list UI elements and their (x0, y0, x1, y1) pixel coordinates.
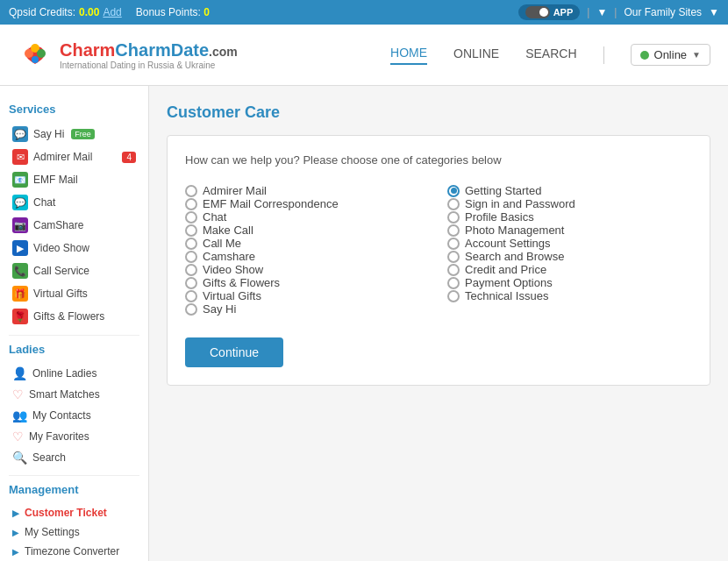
say-hi-icon: 💬 (12, 126, 28, 142)
app-label: APP (553, 7, 574, 18)
admirer-mail-label: Admirer Mail (33, 151, 92, 163)
categories-grid: Admirer Mail EMF Mail Correspondence Cha… (185, 184, 692, 316)
category-technical-issues[interactable]: Technical Issues (447, 289, 692, 302)
category-emf-mail[interactable]: EMF Mail Correspondence (185, 197, 430, 210)
sidebar-item-my-settings[interactable]: ▶ My Settings (9, 522, 139, 542)
sidebar-item-gifts-flowers[interactable]: 🌹 Gifts & Flowers (9, 305, 139, 328)
top-bar-dropdown[interactable]: ▼ (596, 6, 607, 18)
call-service-icon: 📞 (12, 263, 28, 279)
sidebar-item-smart-matches[interactable]: ♡ Smart Matches (9, 384, 139, 405)
continue-button[interactable]: Continue (185, 337, 283, 367)
search-label: Search (32, 451, 66, 464)
category-virtual-gifts[interactable]: Virtual Gifts (185, 289, 430, 302)
category-account-settings[interactable]: Account Settings (447, 237, 692, 250)
my-contacts-icon: 👥 (12, 408, 27, 423)
my-settings-arrow-icon: ▶ (12, 528, 19, 537)
sidebar-item-search[interactable]: 🔍 Search (9, 447, 139, 468)
radio-admirer-mail[interactable] (185, 185, 197, 197)
svg-point-4 (32, 56, 39, 63)
category-make-call[interactable]: Make Call (185, 224, 430, 237)
logo-icon (18, 38, 53, 73)
radio-emf-mail[interactable] (185, 198, 197, 210)
ladies-title: Ladies (9, 343, 139, 356)
sidebar-item-video-show[interactable]: ▶ Video Show (9, 237, 139, 259)
family-sites-link[interactable]: Our Family Sites (624, 6, 702, 18)
app-toggle[interactable]: APP (518, 4, 581, 20)
sidebar-item-online-ladies[interactable]: 👤 Online Ladies (9, 363, 139, 384)
gifts-flowers-icon: 🌹 (12, 309, 28, 324)
category-video-show[interactable]: Video Show (185, 263, 430, 276)
radio-search-browse[interactable] (447, 251, 460, 263)
category-search-browse[interactable]: Search and Browse (447, 250, 692, 263)
admirer-mail-count: 4 (122, 152, 136, 163)
camshare-icon: 📷 (12, 217, 28, 233)
sidebar-item-virtual-gifts[interactable]: 🎁 Virtual Gifts (9, 282, 139, 305)
radio-make-call[interactable] (185, 224, 197, 237)
category-technical-issues-label: Technical Issues (465, 289, 548, 302)
radio-profile-basics[interactable] (447, 211, 460, 224)
sidebar-item-camshare[interactable]: 📷 CamShare (9, 214, 139, 237)
management-title: Management (9, 483, 139, 496)
category-gifts-flowers[interactable]: Gifts & Flowers (185, 276, 430, 289)
radio-payment-options[interactable] (447, 277, 460, 289)
category-admirer-mail[interactable]: Admirer Mail (185, 184, 430, 197)
sidebar-item-admirer-mail[interactable]: ✉ Admirer Mail 4 (9, 146, 139, 168)
radio-video-show[interactable] (185, 264, 197, 276)
sidebar-item-call-service[interactable]: 📞 Call Service (9, 259, 139, 282)
radio-say-hi[interactable] (185, 303, 197, 316)
nav-divider (603, 46, 604, 64)
categories-right-col: Getting Started Sign in and Password Pro… (447, 184, 692, 316)
category-profile-basics[interactable]: Profile Basics (447, 210, 692, 224)
sidebar-item-customer-ticket[interactable]: ▶ Customer Ticket (9, 503, 139, 522)
radio-call-me[interactable] (185, 238, 197, 250)
radio-getting-started[interactable] (447, 185, 460, 197)
radio-sign-in[interactable] (447, 198, 460, 210)
category-camshare[interactable]: Camshare (185, 250, 430, 263)
smart-matches-icon: ♡ (12, 387, 24, 401)
sidebar-item-my-favorites[interactable]: ♡ My Favorites (9, 426, 139, 447)
category-say-hi-label: Say Hi (203, 302, 236, 316)
category-getting-started[interactable]: Getting Started (447, 184, 692, 197)
category-call-me[interactable]: Call Me (185, 237, 430, 250)
online-status-button[interactable]: Online ▼ (631, 44, 710, 66)
nav-online[interactable]: ONLINE (453, 46, 499, 64)
radio-gifts-flowers[interactable] (185, 277, 197, 289)
radio-photo-management[interactable] (447, 224, 460, 237)
logo-sub: International Dating in Russia & Ukraine (60, 60, 238, 70)
top-bar-right: APP | ▼ | Our Family Sites ▼ (518, 4, 719, 20)
family-sites-chevron[interactable]: ▼ (709, 6, 719, 18)
radio-technical-issues[interactable] (447, 290, 460, 302)
sidebar-item-timezone[interactable]: ▶ Timezone Converter (9, 542, 139, 561)
radio-chat[interactable] (185, 211, 197, 224)
category-credit-price-label: Credit and Price (465, 263, 546, 276)
call-service-label: Call Service (33, 265, 89, 277)
category-photo-management[interactable]: Photo Management (447, 224, 692, 237)
sidebar-item-my-contacts[interactable]: 👥 My Contacts (9, 405, 139, 426)
category-payment-options[interactable]: Payment Options (447, 276, 692, 289)
video-show-icon: ▶ (12, 240, 28, 256)
radio-virtual-gifts[interactable] (185, 290, 197, 302)
top-bar-divider2: | (614, 6, 617, 18)
category-sign-in[interactable]: Sign in and Password (447, 197, 692, 210)
toggle-switch[interactable] (525, 6, 550, 18)
sidebar-item-emf-mail[interactable]: 📧 EMF Mail (9, 168, 139, 191)
sidebar-divider-1 (9, 335, 139, 336)
category-camshare-label: Camshare (203, 250, 255, 263)
radio-account-settings[interactable] (447, 238, 460, 250)
category-credit-price[interactable]: Credit and Price (447, 263, 692, 276)
category-chat[interactable]: Chat (185, 210, 430, 224)
sidebar-item-chat[interactable]: 💬 Chat (9, 191, 139, 214)
category-say-hi[interactable]: Say Hi (185, 302, 430, 316)
add-credits-link[interactable]: Add (103, 6, 121, 18)
my-contacts-label: My Contacts (32, 409, 91, 422)
nav-search[interactable]: SEARCH (525, 46, 576, 64)
bonus-section: Bonus Points: 0 (136, 6, 210, 18)
sidebar-item-say-hi[interactable]: 💬 Say Hi Free (9, 123, 139, 146)
main-layout: Services 💬 Say Hi Free ✉ Admirer Mail 4 … (0, 86, 728, 561)
radio-credit-price[interactable] (447, 264, 460, 276)
radio-camshare[interactable] (185, 251, 197, 263)
emf-mail-icon: 📧 (12, 172, 28, 188)
nav-home[interactable]: HOME (390, 46, 427, 65)
content-area: Customer Care How can we help you? Pleas… (149, 86, 728, 561)
chat-label: Chat (33, 196, 55, 209)
